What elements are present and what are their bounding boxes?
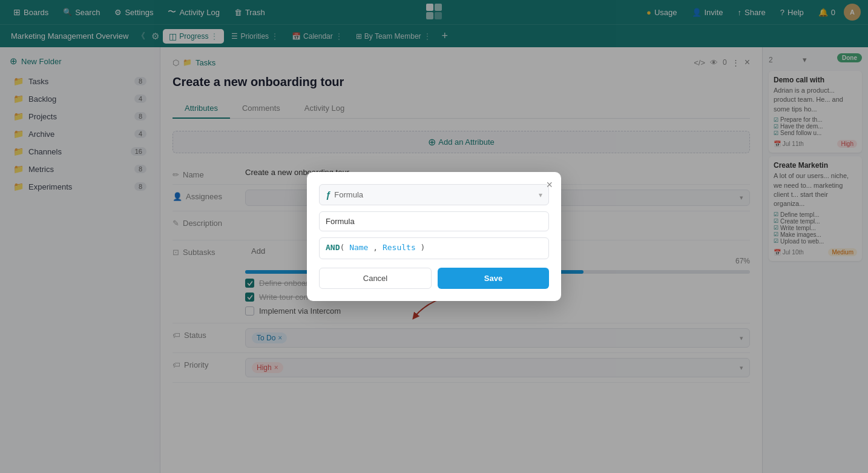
formula-select-label: ƒ Formula [326, 190, 363, 200]
formula-expression-display: AND( Name , Results ) [319, 237, 549, 259]
fx-icon: ƒ [326, 190, 330, 200]
modal-close-button[interactable]: × [546, 179, 553, 190]
cancel-button[interactable]: Cancel [319, 268, 432, 289]
formula-modal: × ƒ Formula ▾ AND( Name , Results ) Canc… [307, 172, 561, 301]
formula-name-input[interactable] [319, 211, 549, 231]
modal-overlay[interactable]: × ƒ Formula ▾ AND( Name , Results ) Canc… [0, 0, 868, 473]
formula-actions: Cancel Save [319, 268, 549, 289]
formula-select-chevron: ▾ [539, 191, 542, 199]
save-button[interactable]: Save [438, 268, 549, 289]
formula-type-select[interactable]: ƒ Formula ▾ [319, 184, 549, 205]
